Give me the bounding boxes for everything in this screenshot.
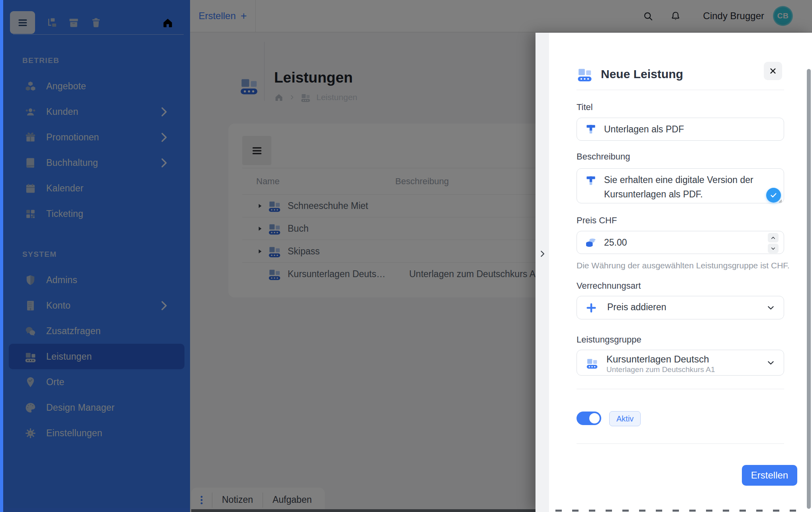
leistungsgruppe-select[interactable]: Kursunterlagen Deutsch Unterlagen zum De… <box>577 350 784 376</box>
preis-label: Preis CHF <box>577 215 617 226</box>
leistungsgruppe-sub: Unterlagen zum Deutschkurs A1 <box>606 365 715 374</box>
aktiv-badge[interactable]: Aktiv <box>609 411 641 426</box>
window-edge-strip <box>0 0 3 512</box>
drawer-neue-leistung: Neue Leistung Titel Unterlagen als PDF B… <box>535 33 812 512</box>
text-icon <box>585 123 597 135</box>
drawer-title: Neue Leistung <box>601 65 683 83</box>
verrechnungsart-select[interactable]: Preis addieren <box>577 296 784 319</box>
chevron-down-icon <box>767 358 775 367</box>
leistungsgruppe-icon <box>586 356 598 369</box>
plus-icon <box>585 302 597 314</box>
drawer-collapse-handle[interactable] <box>535 33 549 512</box>
divider <box>577 389 784 389</box>
verrechnungsart-label: Verrechnungsart <box>577 281 641 291</box>
leistungsgruppe-value: Kursunterlagen Deutsch <box>606 354 709 365</box>
close-button[interactable] <box>764 62 782 80</box>
erstellen-button[interactable]: Erstellen <box>742 465 797 486</box>
toggle-knob <box>589 413 600 423</box>
app-root: BETRIEB Angebote Kunden Promotionen Buch… <box>0 0 812 512</box>
beschreibung-value: Sie erhalten eine digitale Version der K… <box>604 173 763 201</box>
coins-icon <box>585 236 597 248</box>
check-icon <box>770 191 777 199</box>
clipped-footer-edge <box>555 510 801 512</box>
preis-input[interactable]: 25.00 <box>577 231 784 254</box>
close-icon <box>769 67 777 75</box>
chevron-right-icon <box>538 250 547 258</box>
chevron-down-icon <box>767 303 775 312</box>
drawer-panel: Neue Leistung Titel Unterlagen als PDF B… <box>549 33 812 512</box>
text-icon <box>585 175 597 187</box>
preis-helper-text: Die Währung der ausgewählten Leistungsgr… <box>577 261 790 270</box>
decrement-button[interactable] <box>768 244 779 253</box>
beschreibung-textarea[interactable]: Sie erhalten eine digitale Version der K… <box>577 168 784 203</box>
titel-input[interactable]: Unterlagen als PDF <box>577 118 784 141</box>
titel-label: Titel <box>577 102 593 112</box>
increment-button[interactable] <box>768 233 779 242</box>
beschreibung-label: Beschreibung <box>577 152 630 162</box>
chevron-down-icon <box>771 246 776 251</box>
scrollbar-thumb[interactable] <box>807 69 811 509</box>
divider <box>577 90 784 90</box>
aktiv-toggle[interactable] <box>577 412 601 425</box>
leistung-icon <box>577 66 593 82</box>
chevron-up-icon <box>771 235 776 240</box>
titel-value: Unterlagen als PDF <box>604 124 684 135</box>
divider <box>577 443 784 444</box>
resize-handle-icon[interactable] <box>777 198 783 203</box>
verrechnungsart-value: Preis addieren <box>607 302 666 313</box>
preis-value: 25.00 <box>604 237 627 248</box>
leistungsgruppe-label: Leistungsgruppe <box>577 335 641 345</box>
